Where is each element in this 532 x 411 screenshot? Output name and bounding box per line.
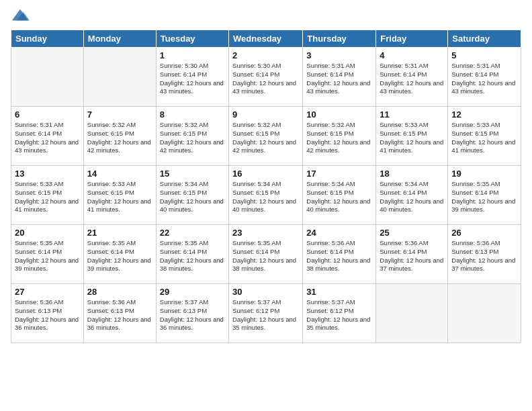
cell-info: Sunrise: 5:30 AM Sunset: 6:14 PM Dayligh… bbox=[232, 62, 299, 96]
calendar-cell: 9Sunrise: 5:32 AM Sunset: 6:15 PM Daylig… bbox=[229, 107, 303, 166]
cell-info: Sunrise: 5:32 AM Sunset: 6:15 PM Dayligh… bbox=[87, 121, 152, 155]
calendar-cell bbox=[83, 48, 156, 107]
calendar-cell: 27Sunrise: 5:36 AM Sunset: 6:13 PM Dayli… bbox=[11, 284, 84, 343]
day-number: 20 bbox=[15, 228, 80, 238]
day-number: 1 bbox=[160, 50, 225, 60]
day-number: 3 bbox=[306, 50, 372, 60]
calendar-cell: 29Sunrise: 5:37 AM Sunset: 6:13 PM Dayli… bbox=[156, 284, 228, 343]
calendar-cell: 12Sunrise: 5:33 AM Sunset: 6:15 PM Dayli… bbox=[448, 107, 521, 166]
calendar-cell: 24Sunrise: 5:36 AM Sunset: 6:14 PM Dayli… bbox=[303, 225, 376, 284]
day-number: 22 bbox=[160, 228, 225, 238]
calendar-cell: 25Sunrise: 5:36 AM Sunset: 6:14 PM Dayli… bbox=[376, 225, 448, 284]
calendar-cell: 10Sunrise: 5:32 AM Sunset: 6:15 PM Dayli… bbox=[303, 107, 376, 166]
cell-info: Sunrise: 5:31 AM Sunset: 6:14 PM Dayligh… bbox=[380, 62, 444, 96]
calendar-cell: 17Sunrise: 5:34 AM Sunset: 6:15 PM Dayli… bbox=[303, 166, 376, 225]
calendar-cell: 14Sunrise: 5:33 AM Sunset: 6:15 PM Dayli… bbox=[83, 166, 156, 225]
cell-info: Sunrise: 5:31 AM Sunset: 6:14 PM Dayligh… bbox=[451, 62, 517, 96]
calendar-cell: 28Sunrise: 5:36 AM Sunset: 6:13 PM Dayli… bbox=[83, 284, 156, 343]
day-number: 25 bbox=[380, 228, 444, 238]
day-number: 15 bbox=[160, 169, 225, 179]
cell-info: Sunrise: 5:30 AM Sunset: 6:14 PM Dayligh… bbox=[160, 62, 225, 96]
cell-info: Sunrise: 5:37 AM Sunset: 6:12 PM Dayligh… bbox=[232, 298, 299, 332]
cell-info: Sunrise: 5:36 AM Sunset: 6:13 PM Dayligh… bbox=[451, 239, 517, 273]
day-header-tuesday: Tuesday bbox=[156, 30, 228, 48]
calendar-table: SundayMondayTuesdayWednesdayThursdayFrid… bbox=[11, 30, 521, 343]
day-number: 21 bbox=[87, 228, 152, 238]
day-number: 29 bbox=[160, 287, 225, 297]
day-number: 14 bbox=[87, 169, 152, 179]
day-number: 12 bbox=[451, 109, 517, 120]
cell-info: Sunrise: 5:35 AM Sunset: 6:14 PM Dayligh… bbox=[232, 239, 299, 273]
day-number: 31 bbox=[306, 287, 372, 297]
calendar-week-row: 6Sunrise: 5:31 AM Sunset: 6:14 PM Daylig… bbox=[11, 107, 521, 166]
calendar-cell: 18Sunrise: 5:34 AM Sunset: 6:14 PM Dayli… bbox=[376, 166, 448, 225]
cell-info: Sunrise: 5:34 AM Sunset: 6:15 PM Dayligh… bbox=[306, 180, 372, 214]
day-header-monday: Monday bbox=[83, 30, 156, 48]
calendar-cell: 30Sunrise: 5:37 AM Sunset: 6:12 PM Dayli… bbox=[229, 284, 303, 343]
day-number: 18 bbox=[380, 169, 444, 179]
day-number: 10 bbox=[306, 109, 372, 120]
calendar-cell: 16Sunrise: 5:34 AM Sunset: 6:15 PM Dayli… bbox=[229, 166, 303, 225]
day-number: 17 bbox=[306, 169, 372, 179]
cell-info: Sunrise: 5:35 AM Sunset: 6:14 PM Dayligh… bbox=[15, 239, 80, 273]
day-number: 23 bbox=[232, 228, 299, 238]
calendar-week-row: 27Sunrise: 5:36 AM Sunset: 6:13 PM Dayli… bbox=[11, 284, 521, 343]
day-header-saturday: Saturday bbox=[448, 30, 521, 48]
calendar-cell: 1Sunrise: 5:30 AM Sunset: 6:14 PM Daylig… bbox=[156, 48, 228, 107]
calendar-cell: 21Sunrise: 5:35 AM Sunset: 6:14 PM Dayli… bbox=[83, 225, 156, 284]
logo bbox=[11, 7, 32, 26]
day-number: 7 bbox=[87, 109, 152, 120]
calendar-cell: 2Sunrise: 5:30 AM Sunset: 6:14 PM Daylig… bbox=[229, 48, 303, 107]
day-header-wednesday: Wednesday bbox=[229, 30, 303, 48]
day-number: 6 bbox=[15, 109, 80, 120]
cell-info: Sunrise: 5:32 AM Sunset: 6:15 PM Dayligh… bbox=[232, 121, 299, 155]
calendar-week-row: 13Sunrise: 5:33 AM Sunset: 6:15 PM Dayli… bbox=[11, 166, 521, 225]
cell-info: Sunrise: 5:35 AM Sunset: 6:14 PM Dayligh… bbox=[160, 239, 225, 273]
calendar-cell: 15Sunrise: 5:34 AM Sunset: 6:15 PM Dayli… bbox=[156, 166, 228, 225]
cell-info: Sunrise: 5:32 AM Sunset: 6:15 PM Dayligh… bbox=[160, 121, 225, 155]
cell-info: Sunrise: 5:31 AM Sunset: 6:14 PM Dayligh… bbox=[306, 62, 372, 96]
calendar-cell: 13Sunrise: 5:33 AM Sunset: 6:15 PM Dayli… bbox=[11, 166, 84, 225]
cell-info: Sunrise: 5:37 AM Sunset: 6:13 PM Dayligh… bbox=[160, 298, 225, 332]
day-number: 26 bbox=[451, 228, 517, 238]
cell-info: Sunrise: 5:33 AM Sunset: 6:15 PM Dayligh… bbox=[15, 180, 80, 214]
calendar-cell bbox=[11, 48, 84, 107]
calendar-cell: 7Sunrise: 5:32 AM Sunset: 6:15 PM Daylig… bbox=[83, 107, 156, 166]
cell-info: Sunrise: 5:33 AM Sunset: 6:15 PM Dayligh… bbox=[87, 180, 152, 214]
cell-info: Sunrise: 5:34 AM Sunset: 6:15 PM Dayligh… bbox=[232, 180, 299, 214]
calendar-cell: 8Sunrise: 5:32 AM Sunset: 6:15 PM Daylig… bbox=[156, 107, 228, 166]
calendar-cell: 31Sunrise: 5:37 AM Sunset: 6:12 PM Dayli… bbox=[303, 284, 376, 343]
day-number: 28 bbox=[87, 287, 152, 297]
calendar-cell: 6Sunrise: 5:31 AM Sunset: 6:14 PM Daylig… bbox=[11, 107, 84, 166]
day-number: 11 bbox=[380, 109, 444, 120]
logo-icon bbox=[11, 7, 30, 26]
cell-info: Sunrise: 5:34 AM Sunset: 6:14 PM Dayligh… bbox=[380, 180, 444, 214]
day-number: 4 bbox=[380, 50, 444, 60]
day-number: 19 bbox=[451, 169, 517, 179]
day-number: 9 bbox=[232, 109, 299, 120]
calendar-cell: 19Sunrise: 5:35 AM Sunset: 6:14 PM Dayli… bbox=[448, 166, 521, 225]
calendar-cell: 22Sunrise: 5:35 AM Sunset: 6:14 PM Dayli… bbox=[156, 225, 228, 284]
cell-info: Sunrise: 5:36 AM Sunset: 6:13 PM Dayligh… bbox=[15, 298, 80, 332]
cell-info: Sunrise: 5:36 AM Sunset: 6:14 PM Dayligh… bbox=[380, 239, 444, 273]
calendar-week-row: 1Sunrise: 5:30 AM Sunset: 6:14 PM Daylig… bbox=[11, 48, 521, 107]
day-header-sunday: Sunday bbox=[11, 30, 84, 48]
cell-info: Sunrise: 5:35 AM Sunset: 6:14 PM Dayligh… bbox=[87, 239, 152, 273]
calendar-header-row: SundayMondayTuesdayWednesdayThursdayFrid… bbox=[11, 30, 521, 48]
calendar-cell: 26Sunrise: 5:36 AM Sunset: 6:13 PM Dayli… bbox=[448, 225, 521, 284]
cell-info: Sunrise: 5:36 AM Sunset: 6:13 PM Dayligh… bbox=[87, 298, 152, 332]
day-number: 27 bbox=[15, 287, 80, 297]
cell-info: Sunrise: 5:37 AM Sunset: 6:12 PM Dayligh… bbox=[306, 298, 372, 332]
calendar-cell: 23Sunrise: 5:35 AM Sunset: 6:14 PM Dayli… bbox=[229, 225, 303, 284]
day-number: 2 bbox=[232, 50, 299, 60]
cell-info: Sunrise: 5:35 AM Sunset: 6:14 PM Dayligh… bbox=[451, 180, 517, 214]
cell-info: Sunrise: 5:32 AM Sunset: 6:15 PM Dayligh… bbox=[306, 121, 372, 155]
cell-info: Sunrise: 5:33 AM Sunset: 6:15 PM Dayligh… bbox=[380, 121, 444, 155]
day-number: 5 bbox=[451, 50, 517, 60]
cell-info: Sunrise: 5:31 AM Sunset: 6:14 PM Dayligh… bbox=[15, 121, 80, 155]
day-number: 16 bbox=[232, 169, 299, 179]
calendar-cell bbox=[448, 284, 521, 343]
calendar-cell: 4Sunrise: 5:31 AM Sunset: 6:14 PM Daylig… bbox=[376, 48, 448, 107]
calendar-cell: 11Sunrise: 5:33 AM Sunset: 6:15 PM Dayli… bbox=[376, 107, 448, 166]
cell-info: Sunrise: 5:36 AM Sunset: 6:14 PM Dayligh… bbox=[306, 239, 372, 273]
